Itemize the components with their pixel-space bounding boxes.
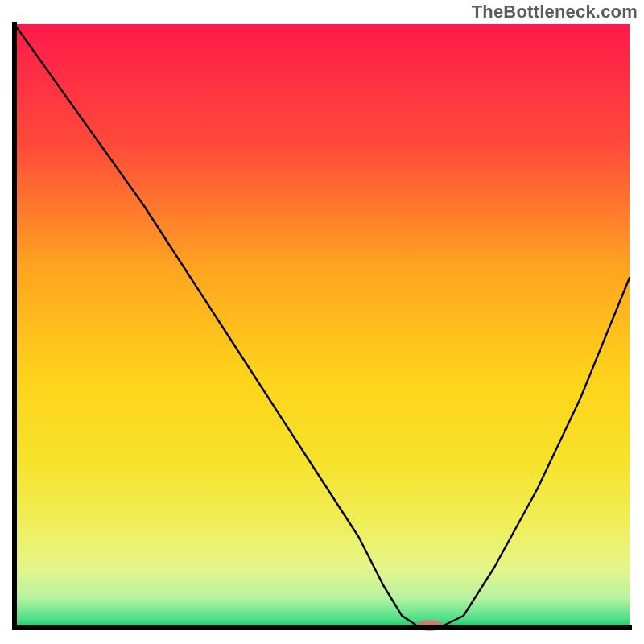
gradient-background [14, 24, 630, 628]
watermark-text: TheBottleneck.com [472, 2, 638, 23]
chart-frame: TheBottleneck.com [0, 0, 644, 644]
bottleneck-chart [10, 21, 634, 634]
plot-area [10, 21, 634, 634]
